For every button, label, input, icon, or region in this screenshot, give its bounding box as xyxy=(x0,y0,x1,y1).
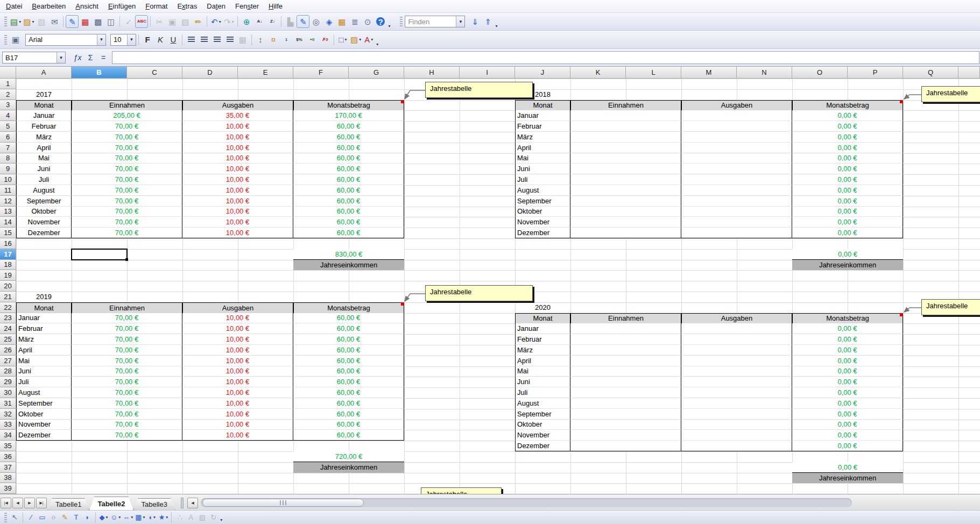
cell-M12[interactable] xyxy=(681,196,792,207)
cell-A15[interactable]: Dezember xyxy=(16,228,72,238)
cell-M5[interactable] xyxy=(681,121,792,132)
line-button[interactable]: ∕ xyxy=(25,512,37,523)
cell-A29[interactable]: Juli xyxy=(16,377,72,387)
row-header-9[interactable]: 9 xyxy=(0,164,16,174)
new-document-button[interactable]: ▤▾ xyxy=(9,15,22,28)
column-header-O[interactable]: O xyxy=(792,67,848,79)
menu-einfügen[interactable]: Einfügen xyxy=(103,1,140,12)
first-sheet-button[interactable]: |◀ xyxy=(1,498,11,508)
add-decimal-button[interactable]: +0 xyxy=(306,33,319,46)
row-header-32[interactable]: 32 xyxy=(0,409,16,420)
toolbar-grip[interactable] xyxy=(4,17,7,26)
cell-M8[interactable] xyxy=(681,153,792,164)
cell-D10[interactable]: 10,00 € xyxy=(182,174,293,185)
undo-dropdown-icon[interactable]: ▾ xyxy=(219,19,221,24)
font-size-dropdown-icon[interactable]: ▼ xyxy=(127,34,136,45)
table-header-2017-monat[interactable]: Monat xyxy=(16,100,72,111)
row-header-37[interactable]: 37 xyxy=(0,462,16,473)
auto-spellcheck-button[interactable]: ABC xyxy=(135,15,148,28)
cell-A31[interactable]: September xyxy=(16,398,72,409)
callout-button[interactable]: ◗ xyxy=(82,512,93,523)
cell-F15[interactable]: 60,00 € xyxy=(293,228,404,238)
cell-A23[interactable]: Januar xyxy=(16,313,72,324)
cell-J29[interactable]: Juni xyxy=(515,377,570,387)
table-header-2020-ausgaben[interactable]: Ausgaben xyxy=(681,313,792,324)
cell-D26[interactable]: 10,00 € xyxy=(182,345,293,356)
row-header-35[interactable]: 35 xyxy=(0,441,16,451)
cell-O6[interactable]: 0,00 € xyxy=(792,132,903,143)
cell-F7[interactable]: 60,00 € xyxy=(293,143,404,153)
cell-A5[interactable]: Februar xyxy=(16,121,72,132)
cell-K4[interactable] xyxy=(570,110,681,121)
cell-B7[interactable]: 70,00 € xyxy=(72,143,182,153)
borders-dropdown-icon[interactable]: ▾ xyxy=(345,37,347,42)
table-header-2017-ausgaben[interactable]: Ausgaben xyxy=(182,100,293,111)
cell-D28[interactable]: 10,00 € xyxy=(182,366,293,377)
row-header-22[interactable]: 22 xyxy=(0,302,16,313)
cell-M6[interactable] xyxy=(681,132,792,143)
cell-F32[interactable]: 60,00 € xyxy=(293,409,404,420)
table-header-2018-ausgaben[interactable]: Ausgaben xyxy=(681,100,792,111)
align-justify-button[interactable] xyxy=(223,33,236,46)
cell-K27[interactable] xyxy=(570,356,681,366)
cell-K35[interactable] xyxy=(570,441,681,451)
row-header-31[interactable]: 31 xyxy=(0,398,16,409)
cell-O5[interactable]: 0,00 € xyxy=(792,121,903,132)
cell-F23[interactable]: 60,00 € xyxy=(293,313,404,324)
cell-D30[interactable]: 10,00 € xyxy=(182,387,293,398)
cell-J11[interactable]: August xyxy=(515,185,570,196)
font-name-dropdown-icon[interactable]: ▼ xyxy=(97,34,105,45)
name-box-dropdown-icon[interactable]: ▼ xyxy=(57,52,65,63)
flowcharts-button[interactable]: ▦▾ xyxy=(134,512,146,523)
font-size-select[interactable]: 10 ▼ xyxy=(110,34,136,46)
background-color-dropdown-icon[interactable]: ▾ xyxy=(359,37,361,42)
find-next-button[interactable]: ⇓ xyxy=(468,15,481,28)
block-arrows-button[interactable]: ⇔▾ xyxy=(122,512,134,523)
column-header-K[interactable]: K xyxy=(570,67,626,79)
cell-K33[interactable] xyxy=(570,420,681,430)
cell-B26[interactable]: 70,00 € xyxy=(72,345,182,356)
cell-O33[interactable]: 0,00 € xyxy=(792,420,903,430)
cell-M27[interactable] xyxy=(681,356,792,366)
horizontal-scrollbar[interactable] xyxy=(201,498,852,507)
cell-A34[interactable]: Dezember xyxy=(16,430,72,441)
sort-ascending-button[interactable]: A↓ xyxy=(253,15,266,28)
cell-M10[interactable] xyxy=(681,174,792,185)
cell-D6[interactable]: 10,00 € xyxy=(182,132,293,143)
cell-B15[interactable]: 70,00 € xyxy=(72,228,182,238)
cell-K14[interactable] xyxy=(570,217,681,228)
column-header-stub[interactable] xyxy=(958,67,980,79)
cell-D12[interactable]: 10,00 € xyxy=(182,196,293,207)
cell-M15[interactable] xyxy=(681,228,792,238)
symbol-shapes-button[interactable]: ☺▾ xyxy=(109,512,122,523)
cell-J4[interactable]: Januar xyxy=(515,110,570,121)
year-label-2020[interactable]: 2020 xyxy=(515,302,570,313)
find-toolbar-grip[interactable] xyxy=(400,17,403,26)
currency-format-button[interactable]: ¤ xyxy=(267,33,280,46)
row-header-34[interactable]: 34 xyxy=(0,430,16,441)
page-preview-button[interactable]: ◫ xyxy=(104,15,117,28)
row-header-8[interactable]: 8 xyxy=(0,153,16,164)
table-header-2019-einnahmen[interactable]: Einnahmen xyxy=(72,302,182,314)
cell-K28[interactable] xyxy=(570,366,681,377)
year-total-label-2017[interactable]: Jahreseinkommen xyxy=(293,260,404,271)
select-button[interactable]: ↖ xyxy=(9,512,20,523)
column-header-E[interactable]: E xyxy=(238,67,293,79)
row-header-7[interactable]: 7 xyxy=(0,143,16,153)
cell-F30[interactable]: 60,00 € xyxy=(293,387,404,398)
find-dropdown-icon[interactable]: ▼ xyxy=(456,16,464,27)
cell-B31[interactable]: 70,00 € xyxy=(72,398,182,409)
cell-A13[interactable]: Oktober xyxy=(16,207,72,217)
symbol-shapes-dropdown-icon[interactable]: ▾ xyxy=(118,515,121,520)
column-header-C[interactable]: C xyxy=(127,67,182,79)
cell-F8[interactable]: 60,00 € xyxy=(293,153,404,164)
cell-O30[interactable]: 0,00 € xyxy=(792,387,903,398)
cell-O26[interactable]: 0,00 € xyxy=(792,345,903,356)
row-header-28[interactable]: 28 xyxy=(0,366,16,377)
row-header-24[interactable]: 24 xyxy=(0,323,16,334)
cell-F25[interactable]: 60,00 € xyxy=(293,334,404,345)
table-header-2017-einnahmen[interactable]: Einnahmen xyxy=(72,100,182,111)
cell-B14[interactable]: 70,00 € xyxy=(72,217,182,228)
cell-J5[interactable]: Februar xyxy=(515,121,570,132)
cell-B24[interactable]: 70,00 € xyxy=(72,323,182,334)
